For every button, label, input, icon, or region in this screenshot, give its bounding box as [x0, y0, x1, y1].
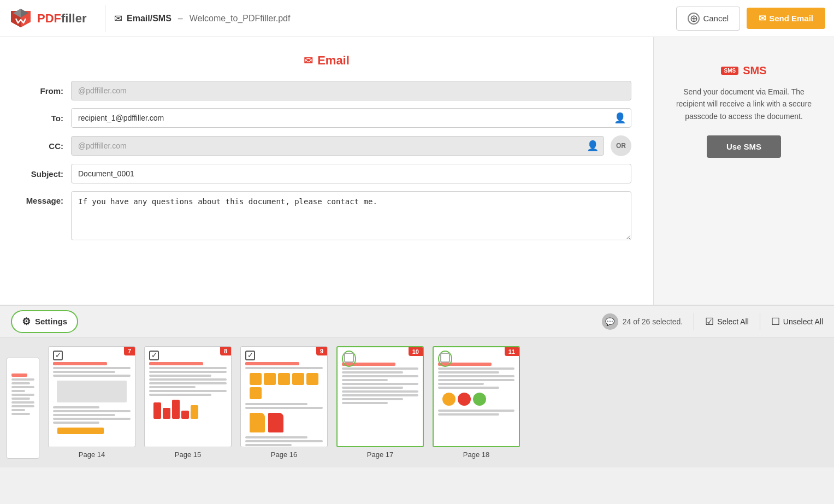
page-label: Page 14 — [79, 450, 105, 459]
cancel-icon: ⊕ — [688, 13, 700, 25]
send-email-label: Send Email — [769, 14, 813, 23]
page-15-thumb[interactable]: 8 ✓ — [144, 346, 232, 447]
gear-icon: ⚙ — [22, 316, 31, 328]
bar — [153, 402, 161, 419]
or-text: OR — [616, 142, 626, 150]
to-input-wrap: 👤 — [71, 108, 631, 128]
email-form-area: ✉ Email From: To: 👤 CC: 👤 — [0, 37, 654, 305]
cancel-button[interactable]: ⊕ Cancel — [676, 7, 740, 31]
page-14-checkbox-wrap: ✓ — [53, 350, 63, 360]
page-line — [149, 375, 211, 377]
selection-info: 💬 24 of 26 selected. — [602, 313, 683, 330]
page-line — [149, 394, 211, 396]
page-17-checkbox[interactable] — [344, 353, 354, 363]
email-section-title: ✉ Email — [22, 54, 631, 68]
page-line — [438, 379, 514, 381]
page-16-checkbox[interactable]: ✓ — [245, 351, 255, 360]
from-label: From: — [22, 86, 71, 96]
page-label: Page 18 — [463, 450, 489, 459]
page-label: Page 16 — [271, 450, 297, 459]
bar — [191, 405, 198, 419]
settings-bar: ⚙ Settings 💬 24 of 26 selected. ☑ Select… — [0, 305, 834, 337]
page-line — [11, 373, 27, 377]
page-line — [149, 386, 196, 388]
page-line — [11, 394, 34, 396]
subject-input-wrap — [71, 164, 631, 183]
page-line — [342, 375, 418, 377]
page-14-checkbox[interactable]: ✓ — [53, 351, 63, 360]
page-line — [53, 406, 99, 408]
page-line — [245, 440, 323, 442]
page-line — [149, 390, 227, 392]
page-line — [342, 390, 418, 393]
page-line — [11, 378, 34, 381]
page-15-checkbox[interactable]: ✓ — [149, 351, 159, 360]
icon-block — [292, 373, 304, 385]
or-badge: OR — [611, 135, 631, 156]
page-line — [245, 362, 299, 365]
cc-row: CC: 👤 OR — [22, 135, 631, 156]
settings-button[interactable]: ⚙ Settings — [11, 310, 78, 333]
page-line — [149, 371, 227, 373]
page-18-thumb[interactable]: 11 — [433, 346, 520, 447]
doc-shape — [268, 413, 283, 432]
email-icon: ✉ — [114, 13, 122, 25]
select-all-button[interactable]: ☑ Select All — [705, 316, 749, 328]
list-item: 9 ✓ — [240, 346, 328, 459]
tab-label: Email/SMS — [127, 14, 171, 23]
page-line — [53, 410, 131, 412]
page-line — [53, 414, 115, 416]
header-divider — [105, 5, 105, 32]
logo-pdf: PDF — [37, 11, 61, 25]
page-line — [11, 405, 34, 407]
selection-count: 24 of 26 selected. — [623, 317, 683, 326]
page-line — [342, 402, 388, 404]
page-18-checkbox[interactable] — [440, 353, 450, 363]
email-title-text: Email — [317, 54, 350, 68]
sms-panel: SMS SMS Send your document via Email. Th… — [654, 37, 834, 305]
page-14-thumb[interactable]: 7 ✓ — [48, 346, 135, 447]
cc-input[interactable] — [71, 136, 604, 156]
page-16-thumb[interactable]: 9 ✓ — [240, 346, 328, 447]
from-input[interactable] — [71, 81, 631, 100]
bar — [181, 411, 189, 419]
select-all-label: Select All — [717, 317, 749, 326]
page-line — [149, 367, 227, 369]
page-line — [438, 410, 514, 412]
message-textarea[interactable]: If you have any questions about this doc… — [71, 191, 631, 240]
page-line — [245, 403, 307, 405]
send-email-button[interactable]: ✉ Send Email — [747, 8, 825, 29]
page-line — [53, 371, 115, 373]
avatar-block — [442, 393, 456, 406]
page-line — [342, 383, 418, 385]
page-line — [438, 383, 484, 385]
page-17-thumb[interactable]: 10 — [336, 346, 424, 447]
page-chart — [149, 398, 227, 421]
page-line — [245, 436, 307, 438]
page-18-checkbox-wrap — [438, 351, 452, 367]
sms-description: Send your document via Email. The recipi… — [670, 86, 818, 122]
use-sms-button[interactable]: Use SMS — [707, 135, 781, 158]
avatar-block — [458, 393, 471, 406]
partial-page-thumb — [7, 358, 39, 459]
to-input[interactable] — [71, 108, 631, 128]
unselect-all-button[interactable]: ☐ Unselect All — [771, 316, 823, 328]
page-line — [53, 422, 99, 424]
add-cc-contact-icon[interactable]: 👤 — [587, 140, 599, 152]
page-line — [245, 367, 323, 369]
page-num-badge: 7 — [124, 347, 135, 355]
page-line — [11, 409, 25, 411]
page-line — [342, 387, 403, 389]
unselect-all-label: Unselect All — [783, 317, 823, 326]
message-input-wrap: If you have any questions about this doc… — [71, 191, 631, 242]
page-line — [438, 375, 514, 377]
page-line — [342, 398, 403, 400]
add-contact-icon[interactable]: 👤 — [614, 112, 626, 124]
icon-block — [250, 387, 262, 399]
page-avatars — [438, 390, 514, 408]
to-label: To: — [22, 114, 71, 123]
icon-block — [264, 373, 276, 385]
unselect-all-icon: ☐ — [771, 316, 780, 328]
subject-input[interactable] — [71, 164, 631, 183]
page-doc-shapes — [245, 411, 323, 435]
